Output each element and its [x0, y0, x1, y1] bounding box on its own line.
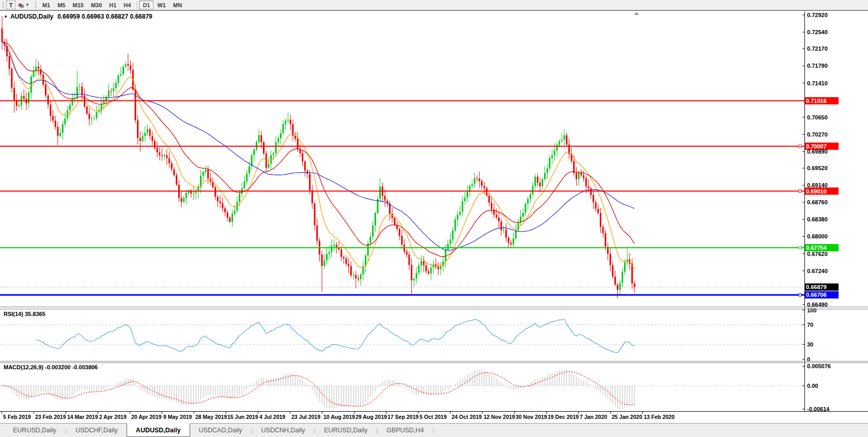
toolbar-grip[interactable]	[3, 2, 4, 8]
rsi-line	[36, 319, 634, 353]
chart-tab-eurusd-daily[interactable]: EURUSD,Daily	[315, 424, 376, 437]
price-axis-tick: 0.69890	[807, 148, 828, 155]
timeframe-button-h4[interactable]: H4	[120, 1, 134, 9]
tab-separator: |	[432, 424, 434, 437]
date-axis-label: 9 May 2019	[163, 414, 192, 420]
symbol-dropdown-icon[interactable]: ▼	[4, 14, 8, 19]
rsi-pane[interactable]	[0, 319, 804, 353]
date-axis-label: 13 Feb 2020	[644, 414, 675, 420]
price-axis-tick: 0.68760	[807, 199, 828, 205]
date-axis-label: 28 May 2019	[195, 414, 227, 420]
date-axis-label: 17 Sep 2019	[388, 414, 419, 420]
date-axis-label: 20 Apr 2019	[131, 414, 162, 420]
chart-title[interactable]: ▼ AUDUSD,Daily 0.66959 0.66963 0.66827 0…	[4, 13, 152, 20]
timeframe-button-m1[interactable]: M1	[39, 1, 54, 9]
price-line-label-text: 0.67754	[806, 245, 827, 251]
chart-tab-usdchf-daily[interactable]: USDCHF,Daily	[67, 424, 127, 437]
timeframe-button-d1[interactable]: D1	[139, 1, 153, 9]
price-axis-tick: 0.69520	[807, 165, 828, 171]
main-price-pane[interactable]	[0, 16, 804, 299]
main-toolbar: T ▼ M1M5M15M30H1H4D1W1MN	[0, 0, 868, 10]
date-axis-label: 23 Jul 2019	[291, 414, 320, 420]
moving-average-10	[2, 42, 634, 269]
price-axis-tick: 0.68000	[807, 233, 828, 239]
chart-ohlc-values: 0.66959 0.66963 0.66827 0.66879	[57, 13, 152, 20]
date-axis-label: 2 Apr 2019	[99, 414, 127, 420]
text-tool-button[interactable]: T	[6, 1, 16, 9]
date-axis-label: 30 Nov 2019	[516, 414, 547, 420]
timeframe-button-h1[interactable]: H1	[105, 1, 120, 9]
chart-tab-gbpusd-h4[interactable]: GBPUSD,H4	[378, 424, 432, 437]
price-line-label-text: 0.66706	[806, 292, 827, 298]
macd-axis-tick: 0.00	[807, 383, 818, 389]
price-axis-tick: 0.72920	[807, 12, 828, 18]
candles-layer	[2, 16, 636, 299]
line-handle[interactable]	[799, 294, 801, 296]
date-axis-label: 10 Aug 2019	[323, 414, 355, 420]
price-axis-tick: 0.71790	[807, 63, 828, 69]
macd-indicator-values: -0.003200 -0.003806	[45, 364, 98, 370]
chart-shift-marker[interactable]	[634, 12, 639, 15]
rsi-indicator-value: 35.8365	[25, 311, 45, 317]
date-axis-label: 24 Oct 2019	[452, 414, 482, 420]
macd-signal-line	[2, 371, 634, 406]
timeframe-button-m15[interactable]: M15	[69, 1, 87, 9]
date-axis-label: 7 Jan 2020	[580, 414, 607, 420]
rsi-indicator-name: RSI(14)	[4, 311, 23, 317]
price-axis-tick: 0.72170	[807, 46, 828, 52]
timeframes-toolbar: M1M5M15M30H1H4D1W1MN	[39, 1, 185, 9]
timeframe-button-w1[interactable]: W1	[153, 1, 169, 9]
chart-tab-usdcnh-daily[interactable]: USDCNH,Daily	[253, 424, 314, 437]
chart-tabs-bar: EURUSD,Daily|USDCHF,DailyAUDUSD,DailyUSD…	[0, 423, 868, 437]
moving-average-25	[2, 42, 634, 257]
rsi-axis-tick: 70	[807, 322, 813, 328]
date-axis-label: 15 Jun 2019	[227, 414, 258, 420]
macd-pane-label: MACD(12,26,9) -0.003200 -0.003806	[4, 364, 98, 370]
price-axis-tick: 0.72540	[807, 29, 828, 35]
date-axis-label: 5 Oct 2019	[420, 414, 447, 420]
chart-tab-usdcad-daily[interactable]: USDCAD,Daily	[190, 424, 251, 437]
macd-pane[interactable]	[0, 369, 804, 410]
date-axis-label: 14 Mar 2019	[67, 414, 98, 420]
toolbar-grip[interactable]	[35, 2, 36, 8]
price-line-label-text: 0.69010	[806, 188, 827, 194]
date-axis-label: 29 Aug 2019	[355, 414, 387, 420]
rsi-axis-tick: 30	[807, 341, 813, 348]
date-axis-label: 4 Jul 2019	[259, 414, 285, 420]
line-handle[interactable]	[799, 190, 801, 192]
chart-tab-eurusd-daily[interactable]: EURUSD,Daily	[4, 424, 65, 437]
chart-area[interactable]: 0.710160.700070.690100.677540.667060.668…	[0, 0, 868, 437]
date-axis-label: 25 Jan 2020	[612, 414, 642, 420]
chevron-down-icon: ▼	[25, 3, 29, 7]
price-axis-tick: 0.70270	[807, 131, 828, 138]
price-axis-tick: 0.67240	[807, 268, 828, 274]
price-axis-tick: 0.70650	[807, 114, 828, 120]
line-handle[interactable]	[799, 145, 801, 147]
chart-tab-audusd-daily[interactable]: AUDUSD,Daily	[127, 423, 190, 437]
toolbar-separator	[136, 2, 137, 9]
date-axis-label: 23 Feb 2019	[35, 414, 66, 420]
chart-symbol-label: AUDUSD,Daily	[10, 13, 53, 20]
price-axis-tick: 0.67620	[807, 251, 828, 257]
styles-tool-button[interactable]: ▼	[16, 0, 33, 10]
macd-indicator-name: MACD(12,26,9)	[4, 364, 43, 370]
date-axis-label: 19 Dec 2019	[548, 414, 579, 420]
price-axis-tick: 0.69140	[807, 182, 828, 188]
current-price-label-text: 0.66879	[806, 284, 827, 290]
date-axis-label: 12 Nov 2019	[484, 414, 515, 420]
diamond-icon	[20, 4, 24, 8]
rsi-axis-tick: 100	[807, 307, 816, 313]
timeframe-button-mn[interactable]: MN	[169, 1, 185, 9]
rsi-pane-label: RSI(14) 35.8365	[4, 311, 45, 317]
macd-axis-tick: 0.005076	[807, 363, 831, 369]
timeframe-button-m30[interactable]: M30	[87, 1, 105, 9]
line-handle[interactable]	[799, 246, 801, 249]
date-axis-label: 5 Feb 2019	[3, 414, 31, 420]
price-axis-tick: 0.68380	[807, 216, 828, 222]
macd-histogram	[2, 369, 634, 410]
price-axis-tick: 0.71410	[807, 80, 828, 86]
price-line-label-text: 0.71016	[806, 98, 827, 104]
mt4-window: { "toolbar": { "text_tool_label": "T", "…	[0, 0, 868, 437]
timeframe-button-m5[interactable]: M5	[54, 1, 69, 9]
